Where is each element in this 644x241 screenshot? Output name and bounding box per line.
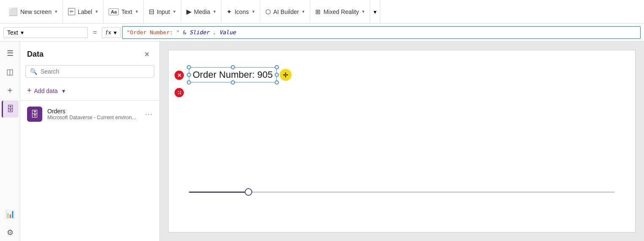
toolbar: ⬜ New screen ▾ ✏ Label ▾ Aa Text ▾ ⊟ Inp… xyxy=(0,0,644,24)
formula-text: "Order Number: " & Slider . Value xyxy=(127,29,236,36)
orders-info: Orders Microsoft Dataverse - Current env… xyxy=(47,108,140,120)
canvas-slider[interactable] xyxy=(189,186,615,198)
input-label: Input xyxy=(157,8,170,15)
add-data-chevron-icon: ▾ xyxy=(62,88,65,94)
property-dropdown[interactable]: Text ▾ xyxy=(3,27,88,38)
handle-mid-left[interactable] xyxy=(187,73,191,77)
text-label: Text xyxy=(121,8,132,15)
label-icon: ✏ xyxy=(68,8,75,15)
text-element[interactable]: Order Number: 905 ✛ xyxy=(189,67,277,82)
layers-icon: ◫ xyxy=(6,67,14,77)
media-label: Media xyxy=(194,8,210,15)
data-panel-title: Data xyxy=(27,50,44,59)
panel-divider xyxy=(20,100,159,101)
text-chevron: ▾ xyxy=(136,9,138,14)
sidebar-data-button[interactable]: 🗄 xyxy=(2,101,19,118)
equals-sign: = xyxy=(90,29,100,36)
chart-icon: 📊 xyxy=(5,209,15,219)
label-chevron: ▾ xyxy=(96,9,98,14)
menu-icon: ☰ xyxy=(7,49,14,58)
canvas-area: ✕ Order Number: 905 ✛ xyxy=(160,41,644,241)
fx-italic: f xyxy=(106,29,107,36)
canvas-surface[interactable]: ✕ Order Number: 905 ✛ xyxy=(168,50,636,233)
input-chevron: ▾ xyxy=(173,9,176,14)
sidebar-add-button[interactable]: + xyxy=(2,82,19,99)
data-panel-header: Data ✕ xyxy=(20,41,159,65)
property-chevron-icon: ▾ xyxy=(21,29,24,36)
more-chevron-icon: ▾ xyxy=(374,8,377,15)
label-button[interactable]: ✏ Label ▾ xyxy=(63,0,104,23)
icons-chevron: ▾ xyxy=(252,9,255,14)
icons-button[interactable]: ✦ Icons ▾ xyxy=(221,0,260,23)
second-chevron-down-icon: ▾ xyxy=(178,90,180,96)
slider-thumb[interactable] xyxy=(245,188,252,196)
text-element-content: Order Number: 905 xyxy=(193,69,273,80)
fx-x: x xyxy=(108,29,111,36)
icons-label: Icons xyxy=(235,8,248,15)
new-screen-icon: ⬜ xyxy=(8,7,18,16)
formula-bar: Text ▾ = fx ▾ "Order Number: " & Slider … xyxy=(0,24,644,41)
handle-bottom-left[interactable] xyxy=(187,80,191,85)
orders-db-icon: 🗄 xyxy=(30,110,39,119)
second-element-dropdown[interactable]: ▾ xyxy=(175,88,184,97)
orders-data-source[interactable]: 🗄 Orders Microsoft Dataverse - Current e… xyxy=(20,102,159,126)
search-input[interactable] xyxy=(41,68,150,75)
fx-button[interactable]: fx ▾ xyxy=(102,27,120,38)
sidebar-settings-button[interactable]: ⚙ xyxy=(2,224,19,241)
ai-builder-button[interactable]: ⬡ AI Builder ▾ xyxy=(260,0,311,23)
add-data-plus-icon: + xyxy=(27,86,32,95)
more-toolbar-button[interactable]: ▾ xyxy=(370,0,380,23)
settings-icon: ⚙ xyxy=(7,228,14,237)
property-label: Text xyxy=(7,29,18,36)
slider-fill xyxy=(189,192,248,193)
mixed-reality-chevron: ▾ xyxy=(362,9,365,14)
data-panel: Data ✕ 🔍 + Add data ▾ 🗄 Orders Microsoft… xyxy=(20,41,160,241)
handle-mid-right[interactable] xyxy=(275,73,279,77)
database-icon: 🗄 xyxy=(7,105,14,114)
formula-input[interactable]: "Order Number: " & Slider . Value xyxy=(122,26,641,39)
sidebar-layers-button[interactable]: ◫ xyxy=(2,63,19,80)
input-button[interactable]: ⊟ Input ▾ xyxy=(144,0,181,23)
handle-top-left[interactable] xyxy=(187,65,191,69)
add-data-label: Add data xyxy=(34,88,58,94)
handle-top-center[interactable] xyxy=(231,65,235,69)
move-handle[interactable]: ✛ xyxy=(280,69,292,81)
ai-builder-icon: ⬡ xyxy=(265,8,271,16)
ai-builder-chevron: ▾ xyxy=(302,9,305,14)
new-screen-button[interactable]: ⬜ New screen ▾ xyxy=(3,0,63,23)
media-icon: ▶ xyxy=(186,8,191,16)
text-icon: Aa xyxy=(109,8,119,15)
orders-menu-button[interactable]: ⋯ xyxy=(145,110,153,119)
mixed-reality-button[interactable]: ⊞ Mixed Reality ▾ xyxy=(310,0,370,23)
add-data-button[interactable]: + Add data ▾ xyxy=(20,83,159,99)
data-panel-close-button[interactable]: ✕ xyxy=(141,48,153,60)
label-label: Label xyxy=(78,8,92,15)
handle-bottom-center[interactable] xyxy=(231,80,235,85)
orders-description: Microsoft Dataverse - Current environ... xyxy=(47,115,140,120)
ai-builder-label: AI Builder xyxy=(273,8,299,15)
move-cross-icon: ✛ xyxy=(283,71,288,79)
mixed-reality-label: Mixed Reality xyxy=(323,8,359,15)
new-screen-chevron: ▾ xyxy=(55,9,57,14)
handle-bottom-right[interactable] xyxy=(275,80,279,85)
search-box[interactable]: 🔍 xyxy=(25,65,154,78)
icons-icon: ✦ xyxy=(226,8,232,16)
mixed-reality-icon: ⊞ xyxy=(315,8,321,16)
orders-icon: 🗄 xyxy=(27,107,42,122)
handle-top-right[interactable] xyxy=(275,65,279,69)
main-layout: ☰ ◫ + 🗄 📊 ⚙ Data ✕ 🔍 + xyxy=(0,41,644,241)
sidebar-chart-button[interactable]: 📊 xyxy=(2,205,19,222)
add-icon: + xyxy=(8,86,13,96)
media-chevron: ▾ xyxy=(213,9,216,14)
new-screen-label: New screen xyxy=(20,8,52,15)
close-icon: ✕ xyxy=(144,50,150,58)
error-x-icon: ✕ xyxy=(177,72,182,79)
input-icon: ⊟ xyxy=(149,8,154,16)
media-button[interactable]: ▶ Media ▾ xyxy=(181,0,221,23)
text-error-badge[interactable]: ✕ xyxy=(175,71,184,80)
fx-chevron-icon: ▾ xyxy=(114,29,117,36)
sidebar-menu-button[interactable]: ☰ xyxy=(2,45,19,62)
slider-track xyxy=(189,192,615,193)
text-button[interactable]: Aa Text ▾ xyxy=(104,0,144,23)
search-icon: 🔍 xyxy=(30,68,37,75)
